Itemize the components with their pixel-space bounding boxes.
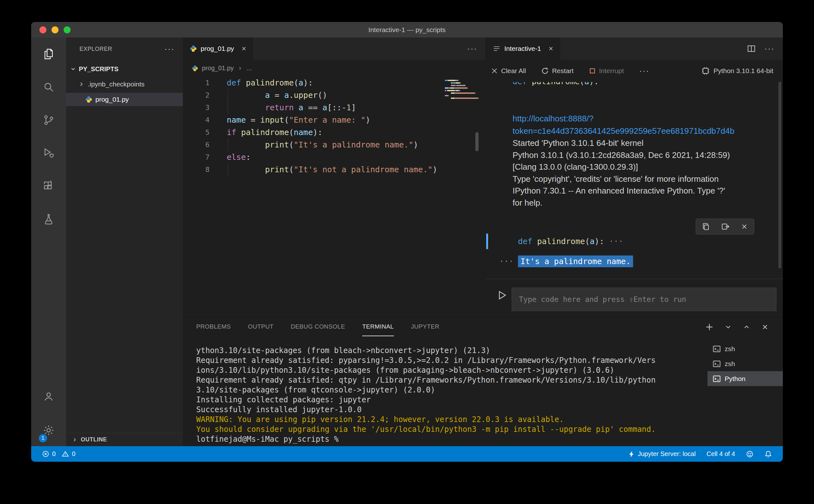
- split-editor-icon[interactable]: [747, 44, 756, 53]
- tab-label: prog_01.py: [201, 45, 234, 52]
- chevron-down-icon: [70, 66, 76, 72]
- interactive-history[interactable]: def palindrome(a): ··· http://localhost:…: [486, 82, 783, 279]
- python-file-icon: [192, 65, 198, 72]
- code-line[interactable]: 1def palindrome(a):: [183, 77, 486, 89]
- jupyter-server-link-token[interactable]: token=c1e44d37363641425e999259e57ee68197…: [513, 125, 735, 137]
- files-icon: [42, 48, 55, 60]
- outline-section[interactable]: OUTLINE: [66, 433, 183, 446]
- interactive-code-input[interactable]: [512, 288, 776, 311]
- tab-jupyter[interactable]: JUPYTER: [411, 318, 440, 336]
- kernel-message: [Clang 13.0.0 (clang-1300.0.29.3)]: [513, 161, 638, 173]
- close-tab-icon[interactable]: ×: [549, 44, 553, 53]
- code-line[interactable]: 5if palindrome(name):: [183, 126, 486, 139]
- run-code-button[interactable]: [497, 290, 508, 301]
- notifications-bell-icon[interactable]: [764, 450, 772, 458]
- workspace-name: PY_SCRIPTS: [79, 65, 118, 73]
- terminal-icon: [713, 360, 721, 368]
- activity-testing[interactable]: [31, 203, 66, 236]
- new-terminal-icon[interactable]: [705, 323, 714, 331]
- restart-icon: [541, 67, 549, 75]
- line-number: 2: [183, 89, 209, 101]
- kernel-message: Started 'Python 3.10.1 64-bit' kernel: [513, 137, 644, 149]
- code-line[interactable]: 4name = input("Enter a name: "): [183, 114, 486, 126]
- activity-settings[interactable]: 1: [31, 414, 66, 447]
- cell-code: def palindrome(a): ···: [518, 237, 623, 246]
- activity-search[interactable]: [31, 71, 66, 104]
- activity-accounts[interactable]: [31, 380, 66, 413]
- terminal-tab-zsh-1[interactable]: zsh: [708, 341, 783, 356]
- clear-all-button[interactable]: Clear All: [491, 67, 526, 75]
- interactive-scrollbar[interactable]: [778, 82, 781, 268]
- jupyter-server-status[interactable]: Jupyter Server: local: [628, 450, 696, 458]
- terminal-line: Successfully installed jupyter-1.0.0: [196, 405, 703, 415]
- code-line[interactable]: 2 a = a.upper(): [183, 89, 486, 101]
- flask-icon: [42, 213, 55, 226]
- tree-item-label: .ipynb_checkpoints: [88, 80, 145, 88]
- tab-terminal[interactable]: TERMINAL: [362, 318, 393, 336]
- code-editor[interactable]: 1def palindrome(a):2 a = a.upper()3 retu…: [183, 77, 486, 317]
- output-gutter-ellipsis[interactable]: ···: [499, 257, 514, 266]
- terminal-line: Requirement already satisfied: pyparsing…: [196, 356, 703, 365]
- interactive-window: Interactive-1 × ··· Clear All Restart In…: [486, 37, 783, 317]
- python-file-icon: [85, 96, 92, 103]
- tab-output[interactable]: OUTPUT: [248, 318, 274, 336]
- code-line[interactable]: 6 print("It's a palindrome name."): [183, 139, 486, 151]
- settings-badge: 1: [39, 434, 47, 442]
- traffic-lights: [39, 22, 71, 37]
- cell-output-row[interactable]: ··· It's a palindrome name.: [486, 255, 783, 268]
- code-line[interactable]: 3 return a == a[::-1]: [183, 101, 486, 114]
- minimap[interactable]: [442, 77, 486, 181]
- activity-explorer[interactable]: [31, 37, 66, 71]
- terminal-output[interactable]: ython3.10/site-packages (from bleach->nb…: [196, 346, 703, 445]
- problems-status[interactable]: 0 0: [42, 450, 75, 458]
- minimize-window-button[interactable]: [51, 26, 58, 33]
- terminal-tab-zsh-2[interactable]: zsh: [708, 356, 783, 371]
- toolbar-more-button[interactable]: ···: [639, 66, 649, 76]
- tab-problems[interactable]: PROBLEMS: [196, 318, 231, 336]
- terminal-dropdown-icon[interactable]: [724, 323, 732, 331]
- maximize-panel-icon[interactable]: [743, 323, 750, 331]
- code-line[interactable]: 8 print("It's not a palindrome name."): [183, 163, 486, 176]
- vscode-window: Interactive-1 — py_scripts 1: [31, 22, 783, 462]
- terminal-line: Requirement already satisfied: qtpy in /…: [196, 375, 703, 385]
- line-number: 6: [183, 139, 209, 151]
- jupyter-server-link[interactable]: http://localhost:8888/?: [513, 112, 593, 125]
- close-tab-icon[interactable]: ×: [242, 44, 246, 53]
- copy-icon[interactable]: [702, 222, 710, 231]
- cell-focus-bar: [486, 234, 488, 249]
- activity-extensions[interactable]: [31, 170, 66, 203]
- tree-item-prog01[interactable]: prog_01.py: [66, 93, 183, 106]
- terminal-tab-python[interactable]: Python: [708, 371, 783, 386]
- chevron-right-icon: [237, 66, 243, 71]
- status-bar: 0 0 Jupyter Server: local Cell 4 of 4: [31, 446, 783, 462]
- code-line[interactable]: 7else:: [183, 151, 486, 163]
- tab-prog01[interactable]: prog_01.py ×: [183, 37, 253, 60]
- close-window-button[interactable]: [39, 26, 46, 33]
- tab-debug-console[interactable]: DEBUG CONSOLE: [291, 318, 345, 336]
- editor-scrollbar[interactable]: [476, 132, 479, 151]
- breadcrumb[interactable]: prog_01.py ...: [183, 60, 486, 77]
- tab-interactive-1[interactable]: Interactive-1 ×: [486, 37, 560, 60]
- delete-cell-icon[interactable]: [741, 223, 748, 230]
- account-icon: [42, 390, 55, 403]
- close-panel-icon[interactable]: [761, 323, 769, 331]
- kernel-picker[interactable]: Python 3.10.1 64-bit: [701, 67, 773, 75]
- cell-indicator[interactable]: Cell 4 of 4: [707, 450, 735, 458]
- activity-run-debug[interactable]: [31, 137, 66, 170]
- goto-code-icon[interactable]: [721, 222, 729, 231]
- interrupt-button[interactable]: Interrupt: [589, 67, 624, 75]
- zoom-window-button[interactable]: [64, 26, 71, 33]
- explorer-actions-button[interactable]: ···: [164, 44, 174, 54]
- editor-more-actions-button[interactable]: ···: [467, 44, 477, 54]
- kernel-message: IPython 7.30.1 -- An enhanced Interactiv…: [513, 185, 725, 197]
- tree-item-ipynb-checkpoints[interactable]: .ipynb_checkpoints: [66, 78, 183, 91]
- workspace-folder-row[interactable]: PY_SCRIPTS: [66, 62, 183, 76]
- kernel-message: Python 3.10.1 (v3.10.1:2cd268a3a9, Dec 6…: [513, 149, 730, 161]
- history-code-cell[interactable]: def palindrome(a): ···: [486, 234, 783, 249]
- feedback-smiley-icon[interactable]: [746, 450, 754, 458]
- output-selected-text: It's a palindrome name.: [518, 255, 633, 267]
- source-control-icon: [42, 114, 55, 126]
- restart-button[interactable]: Restart: [541, 67, 574, 75]
- interactive-more-actions-button[interactable]: ···: [764, 44, 775, 54]
- activity-source-control[interactable]: [31, 104, 66, 137]
